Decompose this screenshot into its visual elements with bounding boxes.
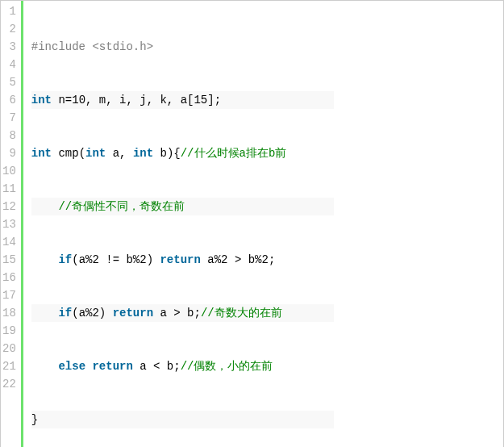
line-number: 20 [2, 340, 16, 357]
code-line: int n=10, m, i, j, k, a[15]; [31, 91, 334, 109]
line-number: 6 [2, 91, 16, 109]
line-number: 11 [2, 180, 16, 198]
code-line: int cmp(int a, int b){//什么时候a排在b前 [31, 144, 334, 162]
line-number: 18 [2, 304, 16, 322]
line-number: 14 [2, 233, 16, 251]
code-line: #include <stdio.h> [31, 38, 334, 56]
line-number: 16 [2, 269, 16, 286]
line-number: 1 [2, 2, 16, 20]
line-number: 8 [2, 127, 16, 144]
line-number: 21 [2, 357, 16, 375]
code-content: #include <stdio.h> int n=10, m, i, j, k,… [23, 1, 334, 447]
line-number: 4 [2, 56, 16, 73]
line-number: 9 [2, 144, 16, 162]
line-number: 10 [2, 162, 16, 180]
line-number: 3 [2, 38, 16, 56]
line-number: 22 [2, 375, 16, 393]
code-line: else return a < b;//偶数，小的在前 [31, 357, 334, 375]
code-line: if(a%2) return a > b;//奇数大的在前 [31, 304, 334, 322]
line-number: 2 [2, 20, 16, 38]
line-number: 15 [2, 251, 16, 269]
line-number: 19 [2, 322, 16, 340]
code-line: //奇偶性不同，奇数在前 [31, 198, 334, 215]
line-number: 7 [2, 109, 16, 127]
line-number: 13 [2, 215, 16, 233]
code-block: 1 2 3 4 5 6 7 8 9 10 11 12 13 14 15 16 1… [0, 0, 504, 447]
line-number: 5 [2, 73, 16, 91]
code-line: } [31, 411, 334, 428]
line-number-gutter: 1 2 3 4 5 6 7 8 9 10 11 12 13 14 15 16 1… [1, 1, 23, 447]
line-number: 17 [2, 286, 16, 304]
code-line: if(a%2 != b%2) return a%2 > b%2; [31, 251, 334, 269]
line-number: 12 [2, 198, 16, 215]
